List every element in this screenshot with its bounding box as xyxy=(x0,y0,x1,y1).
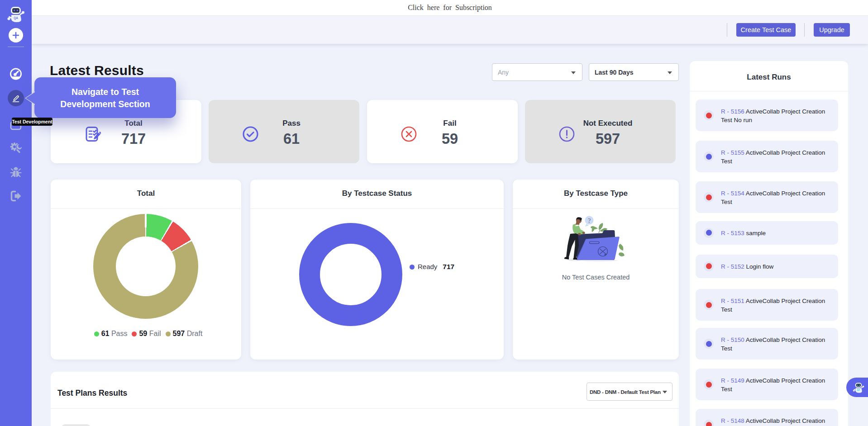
svg-text:QA: QA xyxy=(14,16,18,20)
svg-text:QA: QA xyxy=(857,389,861,391)
svg-text:?: ? xyxy=(588,218,591,224)
